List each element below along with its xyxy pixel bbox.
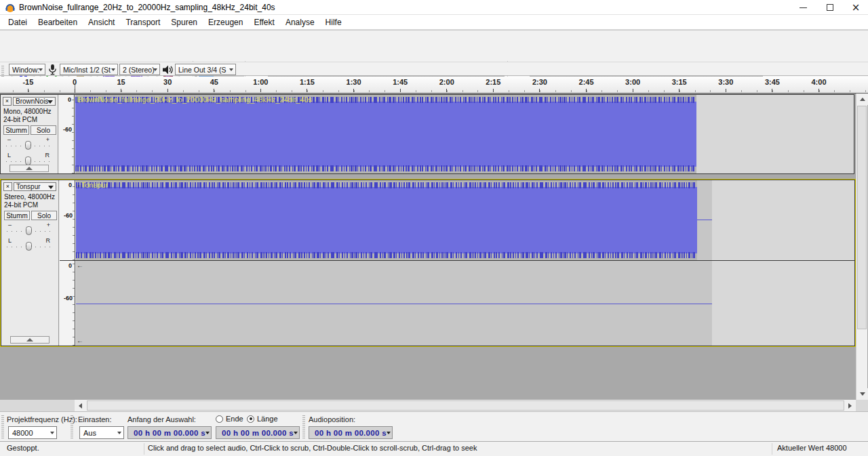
track2-pan-slider[interactable]: LR <box>7 238 52 251</box>
recording-channels-select[interactable]: 2 (Stereo) <box>119 64 160 75</box>
track1-title-menu[interactable]: BrownNois <box>13 97 56 106</box>
clip-left-boundary-arrow-icon: ← <box>77 262 83 269</box>
collapse-arrow-icon <box>26 338 33 341</box>
track1-solo-button[interactable]: Solo <box>31 125 56 135</box>
track2-ch1-waveform-area[interactable]: ← Tonspur <box>76 180 854 260</box>
device-toolbar-grip[interactable] <box>1 64 4 75</box>
track-tonspur-selection-border: × Tonspur Stereo, 48000Hz 24-bit PCM Stu… <box>0 179 856 347</box>
menu-hilfe[interactable]: Hilfe <box>320 16 347 29</box>
status-hint: Click and drag to select audio, Ctrl-Cli… <box>148 444 477 452</box>
selection-length-field[interactable]: 00 h 00 m 00.000 s <box>216 426 300 439</box>
timeline-label: 2:15 <box>486 79 500 92</box>
audio-position-grip[interactable] <box>302 415 305 438</box>
radio-off-icon <box>216 415 223 423</box>
track1-mute-button[interactable]: Stumm <box>3 125 29 135</box>
selection-end-radio[interactable]: Ende <box>216 415 243 423</box>
horizontal-scrollbar[interactable] <box>0 400 868 411</box>
menu-analyse[interactable]: Analyse <box>280 16 320 29</box>
scroll-down-icon <box>860 392 865 396</box>
track2-ch2-vertical-ruler[interactable]: 0-60 <box>60 261 75 346</box>
track-tonspur[interactable]: × Tonspur Stereo, 48000Hz 24-bit PCM Stu… <box>1 180 855 346</box>
radio-on-icon <box>247 415 254 423</box>
project-rate-label: Projektfrequenz (Hz): <box>7 415 77 423</box>
chevron-down-icon <box>117 432 121 434</box>
track1-clip[interactable]: BrownNoise_fullrange_20Hz_to_20000Hz_sam… <box>75 95 696 173</box>
track2-clip-title: Tonspur <box>81 181 108 189</box>
menu-ansicht[interactable]: Ansicht <box>83 16 120 29</box>
menu-erzeugen[interactable]: Erzeugen <box>203 16 248 29</box>
track2-title-menu[interactable]: Tonspur <box>14 182 56 191</box>
recording-device-select[interactable]: Mic/Inst 1/2 (St <box>60 64 118 75</box>
title-bar[interactable]: BrownNoise_fullrange_20Hz_to_20000Hz_sam… <box>0 0 868 15</box>
menu-transport[interactable]: Transport <box>120 16 165 29</box>
menu-datei[interactable]: Datei <box>3 16 33 29</box>
timeline-label: 4:00 <box>812 79 827 92</box>
selection-length-radio[interactable]: Länge <box>247 415 278 423</box>
track2-format-info: Stereo, 48000Hz <box>4 193 55 201</box>
track1-gain-thumb[interactable] <box>25 141 31 150</box>
audio-position-field[interactable]: 00 h 00 m 00.000 s <box>309 426 393 439</box>
device-speaker-icon <box>163 65 173 75</box>
timeline-label: 1:30 <box>347 79 361 92</box>
selection-start-label: Anfang der Auswahl: <box>127 415 196 423</box>
selection-start-field[interactable]: 00 h 00 m 00.000 s <box>127 426 212 439</box>
vscroll-thumb[interactable] <box>857 106 867 329</box>
vscroll-down-button[interactable] <box>856 388 868 400</box>
track2-solo-button[interactable]: Solo <box>31 211 57 220</box>
snap-grip[interactable] <box>71 415 73 438</box>
track2-close-button[interactable]: × <box>3 182 12 191</box>
chevron-down-icon <box>229 68 233 71</box>
dropdown-triangle-icon <box>47 100 53 104</box>
project-rate-select[interactable]: 48000 <box>8 426 57 439</box>
vertical-scrollbar[interactable] <box>856 94 867 400</box>
track1-vertical-ruler[interactable]: 0-60 <box>59 95 75 173</box>
vscroll-up-button[interactable] <box>856 94 868 105</box>
minimize-button[interactable] <box>789 0 816 15</box>
track-area: × BrownNois Mono, 48000Hz 24-bit PCM Stu… <box>0 94 868 400</box>
timeline-ruler[interactable]: -1501530451:001:151:301:452:002:152:302:… <box>0 77 868 94</box>
maximize-icon <box>827 4 833 11</box>
selection-toolbar-grip[interactable] <box>1 415 4 438</box>
maximize-button[interactable] <box>816 0 844 15</box>
track1-close-button[interactable]: × <box>3 97 12 106</box>
track2-ch2-silence-line <box>76 304 712 304</box>
scroll-left-icon <box>79 403 82 409</box>
timeline-label: 3:45 <box>765 79 780 92</box>
track-brownnoise[interactable]: × BrownNois Mono, 48000Hz 24-bit PCM Stu… <box>0 94 854 174</box>
hscroll-left-button[interactable] <box>75 400 86 411</box>
track2-gain-thumb[interactable] <box>26 226 32 235</box>
device-toolbar: Window: Mic/Inst 1/2 (St 2 (Stereo) Line… <box>0 62 868 76</box>
track2-collapse-button[interactable] <box>10 336 50 344</box>
track2-pan-thumb[interactable] <box>26 242 32 251</box>
track2-ch1-vertical-ruler[interactable]: 0-60 <box>60 180 75 260</box>
track2-ch1-clip-tail <box>697 180 712 260</box>
hscroll-right-button[interactable] <box>844 400 856 411</box>
audio-host-select[interactable]: Window: <box>9 64 45 75</box>
menu-spuren[interactable]: Spuren <box>165 16 203 29</box>
timeline-label: -15 <box>22 79 33 92</box>
hscroll-thumb[interactable] <box>87 400 844 411</box>
chevron-down-icon <box>50 432 54 434</box>
status-state: Gestoppt. <box>7 444 39 452</box>
audio-position-label: Audioposition: <box>309 415 355 423</box>
track1-collapse-button[interactable] <box>9 165 49 172</box>
track2-ch1-wave-peaks-bottom <box>76 252 697 258</box>
track1-gain-slider[interactable]: –+ <box>6 137 51 150</box>
timeline-label: 1:45 <box>393 79 408 92</box>
menu-bearbeiten[interactable]: Bearbeiten <box>33 16 83 29</box>
playback-device-select[interactable]: Line Out 3/4 (S <box>175 64 236 75</box>
minimize-icon <box>800 7 807 8</box>
track1-pan-slider[interactable]: LR <box>6 152 51 166</box>
track2-ch2-waveform-area[interactable]: ← ← <box>76 261 854 346</box>
track1-waveform-area[interactable]: BrownNoise_fullrange_20Hz_to_20000Hz_sam… <box>75 95 854 173</box>
track2-ch1-clip[interactable]: ← Tonspur <box>76 180 697 260</box>
close-button[interactable]: × <box>842 0 868 15</box>
track2-gain-slider[interactable]: –+ <box>7 222 52 236</box>
snap-select[interactable]: Aus <box>79 426 124 439</box>
track2-bitdepth-info: 24-bit PCM <box>4 201 38 209</box>
menu-effekt[interactable]: Effekt <box>248 16 279 29</box>
scroll-right-icon <box>848 403 852 409</box>
toolbar-dock: I ↔ <box>0 30 868 62</box>
track2-ch2-clip[interactable]: ← ← <box>76 261 712 346</box>
track2-mute-button[interactable]: Stumm <box>4 211 30 220</box>
